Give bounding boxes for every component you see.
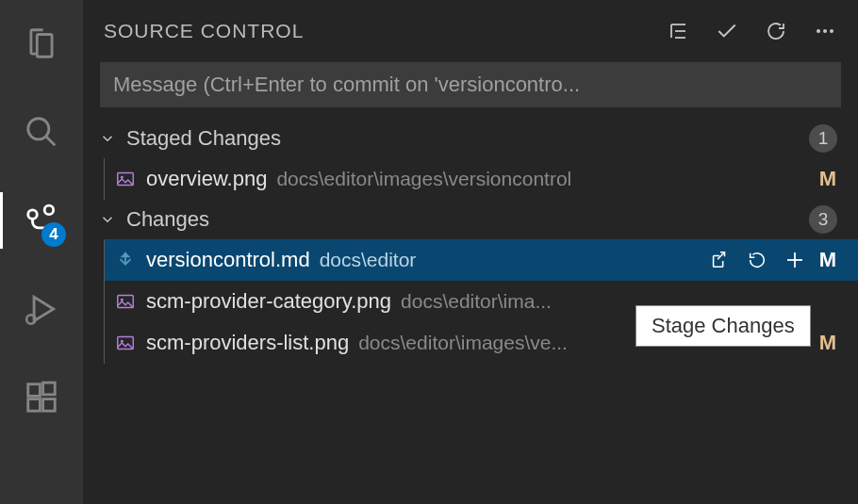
file-name: overview.png (146, 167, 267, 191)
svg-point-14 (817, 29, 820, 33)
panel-header: SOURCE CONTROL (83, 0, 858, 62)
staged-changes-header[interactable]: Staged Changes 1 (83, 119, 858, 158)
changes-count-badge: 3 (809, 205, 837, 234)
file-name: scm-providers-list.png (146, 331, 349, 355)
discard-changes-button[interactable] (745, 248, 769, 272)
debug-icon (24, 291, 59, 327)
svg-point-3 (28, 210, 38, 219)
open-file-button[interactable] (707, 248, 732, 272)
refresh-button[interactable] (764, 19, 788, 43)
svg-point-0 (28, 119, 49, 139)
changes-header[interactable]: Changes 3 (83, 200, 858, 239)
svg-rect-7 (28, 399, 41, 412)
activity-extensions[interactable] (0, 369, 83, 426)
file-path: docs\editor\images\versioncontrol (276, 168, 807, 190)
goto-file-icon (709, 250, 730, 270)
file-status-modified: M (817, 248, 839, 272)
image-file-icon (114, 290, 137, 313)
more-actions-button[interactable] (813, 19, 837, 43)
staged-file-list: overview.png docs\editor\images\versionc… (104, 158, 858, 200)
ellipsis-icon (814, 20, 836, 42)
search-icon (24, 114, 59, 150)
view-tree-button[interactable] (666, 19, 690, 43)
file-path: docs\editor (320, 249, 698, 271)
file-row-actions (707, 248, 807, 272)
panel-actions (666, 19, 837, 43)
panel-title: SOURCE CONTROL (104, 20, 304, 42)
scm-badge: 4 (41, 222, 66, 247)
svg-rect-9 (43, 382, 56, 395)
plus-icon (784, 249, 806, 271)
activity-search[interactable] (0, 104, 83, 160)
svg-point-15 (823, 29, 827, 33)
staged-changes-label: Staged Changes (126, 126, 800, 151)
markdown-file-icon (114, 249, 137, 271)
image-file-icon (114, 168, 137, 190)
extensions-icon (24, 380, 59, 415)
activity-debug[interactable] (0, 281, 83, 337)
activity-explorer[interactable] (0, 15, 83, 72)
commit-button[interactable] (715, 19, 739, 43)
stage-changes-tooltip: Stage Changes (635, 305, 811, 347)
svg-rect-6 (28, 384, 41, 397)
file-row[interactable]: versioncontrol.md docs\editor M (105, 239, 858, 281)
commit-message-box (100, 62, 841, 107)
source-control-panel: SOURCE CONTROL (83, 0, 858, 504)
chevron-down-icon (98, 129, 117, 148)
commit-message-input[interactable] (113, 73, 828, 97)
svg-rect-8 (43, 399, 56, 412)
activity-bar: 4 (0, 0, 83, 504)
file-row[interactable]: overview.png docs\editor\images\versionc… (105, 158, 858, 200)
discard-icon (747, 250, 767, 270)
staged-count-badge: 1 (809, 124, 837, 153)
file-status-modified: M (817, 331, 839, 355)
svg-line-1 (46, 137, 56, 146)
svg-point-16 (830, 29, 833, 33)
file-name: versioncontrol.md (146, 248, 310, 272)
chevron-down-icon (98, 210, 117, 229)
activity-source-control[interactable]: 4 (0, 192, 83, 249)
file-name: scm-provider-category.png (146, 289, 391, 314)
check-icon (715, 19, 739, 43)
image-file-icon (114, 332, 137, 354)
changes-label: Changes (126, 207, 800, 232)
refresh-icon (765, 20, 787, 42)
stage-changes-button[interactable] (783, 248, 807, 272)
files-icon (24, 25, 59, 61)
svg-point-2 (44, 205, 54, 215)
file-status-modified: M (817, 167, 839, 191)
list-tree-icon (667, 20, 689, 42)
